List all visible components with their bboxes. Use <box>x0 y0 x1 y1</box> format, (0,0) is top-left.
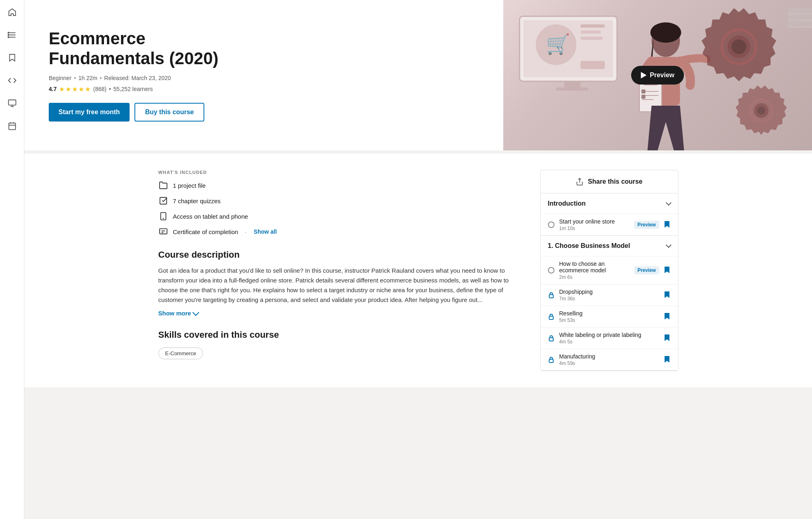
svg-rect-49 <box>549 338 553 341</box>
lesson-start-online-store[interactable]: Start your online store 1m 10s Preview <box>541 214 678 235</box>
buy-course-button[interactable]: Buy this course <box>134 103 204 122</box>
gear-large-icon <box>698 8 780 89</box>
course-released: Released: March 23, 2020 <box>104 75 171 81</box>
included-certificate-text: Certificate of completion <box>173 228 238 235</box>
body-section: WHAT'S INCLUDED 1 project file <box>134 154 703 387</box>
star-1: ★ <box>59 85 65 93</box>
included-quizzes-text: 7 chapter quizzes <box>173 198 221 204</box>
course-level: Beginner <box>49 75 71 81</box>
course-sidebar-card: Share this course Introduction Start yo <box>540 170 678 371</box>
preview-badge-choose: Preview <box>634 266 659 274</box>
svg-rect-32 <box>641 95 645 99</box>
chevron-down-icon <box>193 309 199 316</box>
whats-included-label: WHAT'S INCLUDED <box>158 170 527 175</box>
sidebar-monitor-icon[interactable] <box>6 98 18 109</box>
hero-illustration: 🛒 <box>503 0 812 150</box>
rating-count: (868) <box>93 86 106 92</box>
svg-rect-22 <box>556 87 589 91</box>
sidebar-calendar-icon[interactable] <box>6 120 18 132</box>
star-half: ★ <box>85 85 91 93</box>
main-content: Ecommerce Fundamentals (2020) Beginner •… <box>24 0 812 519</box>
bookmark-icon-white-labeling[interactable] <box>664 334 671 342</box>
lesson-duration-choose: 2m 6s <box>559 274 630 280</box>
star-rating: ★ ★ ★ ★ ★ <box>59 85 91 93</box>
lesson-info-manufacturing: Manufacturing 4m 59s <box>559 353 659 366</box>
svg-rect-47 <box>549 295 553 298</box>
svg-rect-43 <box>159 229 167 234</box>
show-more-button[interactable]: Show more <box>158 310 199 317</box>
phone-icon <box>158 211 168 221</box>
course-duration: 1h 22m <box>78 75 97 81</box>
business-model-header[interactable]: 1. Choose Business Model <box>541 236 678 256</box>
lesson-white-labeling[interactable]: White labeling or private labeling 4m 5s <box>541 327 678 349</box>
bookmark-icon-start[interactable] <box>664 221 671 229</box>
bookmark-icon-dropshipping[interactable] <box>664 291 671 299</box>
lesson-duration-reselling: 5m 53s <box>559 317 659 323</box>
dot-separator: · <box>245 228 246 235</box>
play-icon <box>641 72 647 78</box>
lesson-info-choose: How to choose an ecommerce model 2m 6s <box>559 261 630 280</box>
sidebar-code-icon[interactable] <box>6 75 18 86</box>
svg-rect-40 <box>160 198 167 204</box>
quiz-icon <box>158 196 168 206</box>
included-tablet-phone: Access on tablet and phone <box>158 211 527 221</box>
svg-point-39 <box>757 106 765 115</box>
preview-label: Preview <box>650 72 674 79</box>
included-quizzes: 7 chapter quizzes <box>158 196 527 206</box>
bookmark-icon-manufacturing[interactable] <box>664 356 671 364</box>
hero-text-area: Ecommerce Fundamentals (2020) Beginner •… <box>24 13 276 138</box>
introduction-header[interactable]: Introduction <box>541 193 678 214</box>
certificate-icon <box>158 227 168 237</box>
monitor-illustration: 🛒 <box>515 12 629 102</box>
lesson-manufacturing[interactable]: Manufacturing 4m 59s <box>541 349 678 370</box>
bookmark-icon-choose[interactable] <box>664 266 671 274</box>
lesson-title-dropshipping: Dropshipping <box>559 289 659 295</box>
svg-rect-18 <box>580 30 601 34</box>
chevron-icon-business <box>665 242 671 248</box>
lesson-dropshipping[interactable]: Dropshipping 7m 36s <box>541 284 678 306</box>
whats-included-section: WHAT'S INCLUDED 1 project file <box>158 170 527 237</box>
illustration-inner: 🛒 <box>503 0 812 150</box>
lesson-reselling[interactable]: Reselling 5m 53s <box>541 306 678 327</box>
lesson-title-manufacturing: Manufacturing <box>559 353 659 360</box>
lesson-info-white-labeling: White labeling or private labeling 4m 5s <box>559 332 659 345</box>
lesson-title-start: Start your online store <box>559 218 630 225</box>
included-project-text: 1 project file <box>173 182 206 189</box>
svg-point-5 <box>8 37 9 38</box>
included-certificate: Certificate of completion · Show all <box>158 227 527 237</box>
lesson-info-reselling: Reselling 5m 53s <box>559 310 659 323</box>
svg-rect-9 <box>9 123 15 130</box>
lock-icon-manufacturing <box>548 356 554 363</box>
lesson-duration-manufacturing: 4m 59s <box>559 360 659 366</box>
lock-icon-dropshipping <box>548 292 554 298</box>
share-course-button[interactable]: Share this course <box>541 170 678 193</box>
sidebar-bookmark-icon[interactable] <box>6 52 18 63</box>
person-illustration <box>621 20 710 150</box>
introduction-title: Introduction <box>548 200 586 207</box>
course-description-section: Course description Got an idea for a pro… <box>158 250 527 317</box>
start-free-month-button[interactable]: Start my free month <box>49 103 130 122</box>
svg-rect-20 <box>580 61 605 69</box>
svg-rect-21 <box>564 81 580 88</box>
show-all-link[interactable]: Show all <box>254 228 277 235</box>
svg-point-3 <box>8 32 9 33</box>
included-tablet-text: Access on tablet and phone <box>173 213 248 220</box>
svg-point-4 <box>8 35 9 36</box>
lesson-info-dropshipping: Dropshipping 7m 36s <box>559 289 659 302</box>
preview-button[interactable]: Preview <box>631 66 684 85</box>
lesson-info-start: Start your online store 1m 10s <box>559 218 630 231</box>
bookmark-icon-reselling[interactable] <box>664 313 671 321</box>
chevron-icon-introduction <box>665 200 671 206</box>
business-model-section: 1. Choose Business Model How to choose a… <box>541 236 678 371</box>
svg-rect-31 <box>641 89 645 93</box>
sidebar-list-icon[interactable] <box>6 29 18 41</box>
skills-title: Skills covered in this course <box>158 330 527 340</box>
hero-meta: Beginner • 1h 22m • Released: March 23, … <box>49 75 252 81</box>
skills-tag-ecommerce[interactable]: E-Commerce <box>158 347 204 359</box>
lesson-how-to-choose[interactable]: How to choose an ecommerce model 2m 6s P… <box>541 256 678 284</box>
sidebar-home-icon[interactable] <box>6 7 18 18</box>
skills-section: Skills covered in this course E-Commerce <box>158 330 527 361</box>
hero-section: Ecommerce Fundamentals (2020) Beginner •… <box>24 0 812 150</box>
lesson-title-reselling: Reselling <box>559 310 659 317</box>
hero-buttons: Start my free month Buy this course <box>49 103 252 122</box>
